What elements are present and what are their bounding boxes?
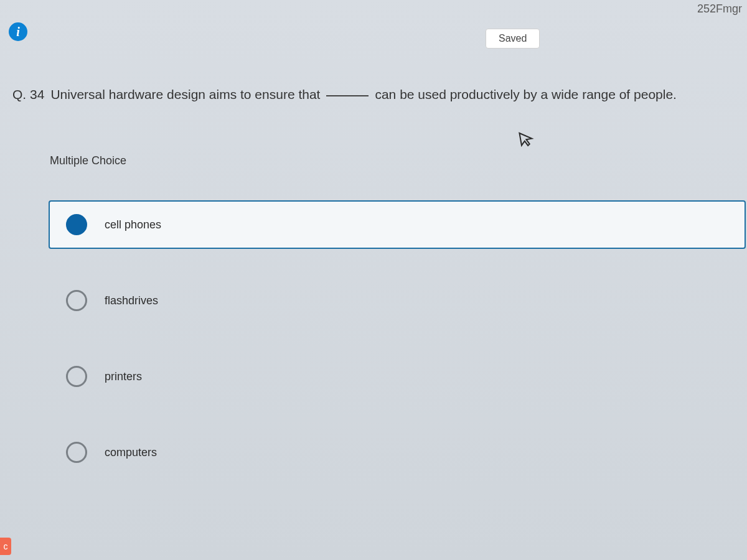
option-label: cell phones [105, 218, 161, 231]
option-cell-phones[interactable]: cell phones [49, 200, 746, 249]
option-label: computers [105, 446, 157, 459]
status-saved-badge: Saved [486, 29, 540, 49]
option-label: printers [105, 370, 142, 383]
question-text-after: can be used productively by a wide range… [375, 87, 677, 102]
fill-blank [326, 95, 369, 96]
option-flashdrives[interactable]: flashdrives [49, 276, 746, 325]
option-computers[interactable]: computers [49, 428, 746, 477]
answer-options: cell phones flashdrives printers compute… [49, 200, 746, 504]
radio-unselected-icon [66, 290, 87, 311]
radio-selected-icon [66, 214, 87, 235]
radio-unselected-icon [66, 366, 87, 387]
option-label: flashdrives [105, 294, 158, 307]
question-text: Q. 34 Universal hardware design aims to … [12, 87, 735, 102]
corner-badge: c [0, 538, 11, 555]
option-printers[interactable]: printers [49, 352, 746, 401]
cursor-icon [518, 129, 537, 154]
url-fragment: 252Fmgr [692, 0, 747, 18]
question-number: Q. 34 [12, 87, 44, 102]
multiple-choice-label: Multiple Choice [50, 154, 126, 167]
info-icon[interactable]: i [9, 22, 27, 41]
radio-unselected-icon [66, 442, 87, 463]
question-text-before: Universal hardware design aims to ensure… [50, 87, 320, 102]
